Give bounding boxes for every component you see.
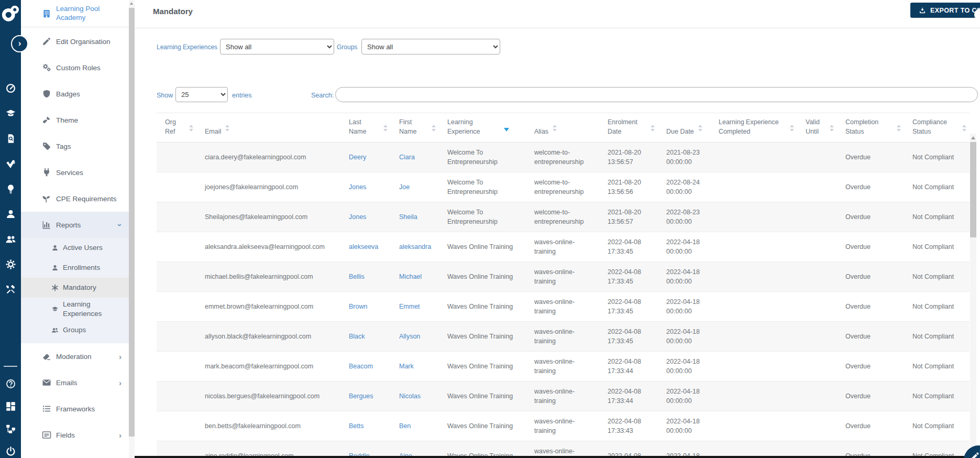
sidebar-item-cpe-requirements[interactable]: CPE Requirements [21, 186, 129, 212]
export-to-csv-button[interactable]: EXPORT TO CSV [910, 3, 980, 18]
column-header-email[interactable]: Email [196, 113, 340, 143]
cell-completion_status: Overdue [837, 292, 904, 322]
last-name-link[interactable]: Jones [349, 183, 366, 191]
column-header-enrolment_date[interactable]: Enrolment Date [599, 113, 658, 143]
sidebar-item-fields[interactable]: Fields› [21, 422, 129, 448]
list-icon [42, 404, 51, 413]
last-name-link[interactable]: Black [349, 333, 365, 340]
sidebar-item-enrollments[interactable]: Enrollments [21, 258, 129, 278]
sidebar-item-badges[interactable]: Badges [21, 81, 129, 107]
scrollbar-up-arrow-icon[interactable] [130, 2, 133, 5]
cell-learning_experience: Waves Online Training [439, 352, 526, 381]
sidebar-scrollbar[interactable] [129, 0, 135, 458]
sidebar-item-tags[interactable]: Tags [21, 133, 129, 159]
scrollbar-up-arrow-icon[interactable] [971, 136, 975, 139]
gear-icon[interactable] [5, 259, 16, 270]
groups-filter-select[interactable]: Show all [361, 39, 500, 54]
first-name-link[interactable]: Michael [399, 273, 422, 280]
column-header-alias[interactable]: Alias [526, 113, 599, 143]
search-input[interactable] [335, 87, 978, 102]
column-header-learning_experience[interactable]: Learning Experience [439, 113, 526, 143]
table-row: michael.bellis@fakelearningpool.comBelli… [157, 262, 970, 292]
sidebar-scrollbar-thumb[interactable] [129, 8, 135, 437]
graduation-cap-icon [51, 306, 59, 313]
power-icon[interactable] [5, 446, 16, 457]
marker-check-icon[interactable] [5, 158, 16, 169]
last-name-link[interactable]: Beacom [349, 363, 373, 370]
sidebar-item-moderation[interactable]: Moderation› [21, 343, 129, 369]
sidebar-item-emails[interactable]: Emails› [21, 369, 129, 396]
learning-pool-logo-icon[interactable] [1, 4, 20, 23]
sidebar-item-groups[interactable]: Groups [21, 320, 129, 340]
file-search-icon[interactable] [5, 133, 16, 144]
column-header-valid_until[interactable]: Valid Until [797, 113, 837, 143]
column-label: Learning Experience [447, 117, 500, 136]
first-name-link[interactable]: Joe [399, 183, 410, 191]
page-title: Mandatory [153, 7, 193, 16]
export-button-label: EXPORT TO CSV [930, 7, 980, 14]
sidebar-item-learning-experiences[interactable]: Learning Experiences [21, 298, 129, 320]
last-name-link[interactable]: Bellis [349, 273, 365, 280]
sidebar-item-mandatory[interactable]: Mandatory [21, 278, 129, 298]
last-name-link[interactable]: Betts [349, 422, 364, 430]
sort-icon [432, 125, 436, 132]
cell-completion_status: Overdue [837, 232, 904, 262]
cell-valid_until [797, 202, 837, 232]
sidebar-item-theme[interactable]: Theme [21, 107, 129, 133]
column-header-org_ref[interactable]: Org Ref [157, 113, 196, 143]
tools-icon[interactable] [5, 284, 16, 295]
learning-experiences-filter-select[interactable]: Show all [220, 39, 334, 54]
sidebar-item-frameworks[interactable]: Frameworks [21, 396, 129, 422]
last-name-link[interactable]: Deery [349, 154, 366, 161]
date-line: 17:33:45 [608, 336, 654, 346]
first-name-link[interactable]: Emmet [399, 303, 420, 310]
grid-icon[interactable] [5, 401, 16, 412]
sidebar-item-active-users[interactable]: Active Users [21, 238, 129, 258]
sidebar-item-services[interactable]: Services [21, 159, 129, 186]
column-header-compliance_status[interactable]: Compliance Status [904, 113, 970, 143]
cell-last_name: Jones [340, 172, 391, 202]
graduation-cap-icon[interactable] [5, 108, 16, 119]
sidebar-expand-toggle[interactable]: › [11, 35, 28, 52]
sidebar-item-edit-organisation[interactable]: Edit Organisation [21, 28, 129, 54]
app-window: › Learning Pool Academy Edit Organisatio… [0, 0, 980, 458]
sidebar-item-custom-roles[interactable]: Custom Roles [21, 54, 129, 81]
user-icon[interactable] [5, 209, 16, 220]
last-name-link[interactable]: Jones [349, 213, 366, 221]
cell-valid_until [797, 262, 837, 292]
date-line: 17:33:45 [608, 277, 654, 286]
column-header-last_name[interactable]: Last Name [340, 113, 391, 143]
date-line: 00:00:00 [666, 396, 706, 406]
column-header-first_name[interactable]: First Name [391, 113, 439, 143]
sitemap-icon[interactable] [5, 423, 16, 434]
cell-enrolment_date: 2022-04-0817:33:45 [599, 262, 658, 292]
sidebar-item-reports[interactable]: Reports› [21, 212, 129, 238]
last-name-link[interactable]: alekseeva [349, 243, 378, 250]
first-name-link[interactable]: Sheila [399, 213, 417, 221]
first-name-link[interactable]: Allyson [399, 333, 420, 340]
users-icon[interactable] [5, 234, 16, 245]
column-header-completion_status[interactable]: Completion Status [837, 113, 904, 143]
sidebar-item-organisation[interactable]: Learning Pool Academy [21, 0, 129, 27]
cell-completion_status: Overdue [837, 352, 904, 381]
sort-icon [553, 125, 557, 132]
lightbulb-icon[interactable] [5, 183, 16, 194]
page-size-select[interactable]: 25 [175, 87, 228, 102]
first-name-link[interactable]: Ciara [399, 154, 415, 161]
first-name-link[interactable]: Ben [399, 422, 411, 430]
last-name-link[interactable]: Brown [349, 303, 367, 310]
sort-icon [225, 125, 229, 132]
help-icon[interactable] [5, 378, 16, 389]
speedometer-icon[interactable] [5, 83, 16, 94]
first-name-link[interactable]: aleksandra [399, 243, 431, 250]
first-name-link[interactable]: Mark [399, 363, 414, 370]
column-header-due_date[interactable]: Due Date [658, 113, 710, 143]
last-name-link[interactable]: Bergues [349, 392, 373, 400]
first-name-link[interactable]: Nicolas [399, 392, 421, 400]
table-scrollbar-thumb[interactable] [970, 142, 976, 237]
table-scrollbar[interactable] [970, 134, 976, 458]
cell-enrolment_date: 2021-08-2013:56:56 [599, 172, 658, 202]
cell-completion_status: Overdue [837, 411, 904, 441]
column-header-le_completed[interactable]: Learning Experience Completed [710, 113, 797, 143]
cell-first_name: Emmet [391, 292, 439, 322]
